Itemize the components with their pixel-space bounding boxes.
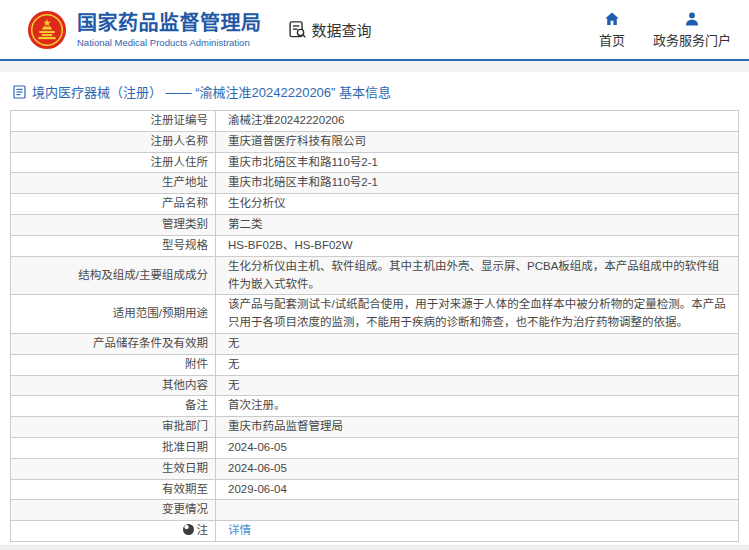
note-dot-icon — [183, 524, 194, 535]
row-value: 重庆市北碚区丰和路110号2-1 — [216, 152, 739, 173]
data-query-button[interactable]: 数据查询 — [288, 19, 372, 40]
table-row: 有效期至 2029-06-04 — [11, 479, 739, 500]
row-value: 该产品与配套测试卡/试纸配合使用，用于对来源于人体的全血样本中被分析物的定量检测… — [216, 295, 739, 334]
row-label-text: 注 — [197, 524, 209, 536]
row-label-text: 注册人住所 — [151, 156, 209, 168]
row-value: 重庆市药品监督管理局 — [216, 417, 739, 438]
svg-text:★: ★ — [43, 16, 52, 27]
row-label-text: 适用范围/预期用途 — [113, 307, 208, 319]
row-label: 审批部门 — [11, 417, 216, 438]
table-row: 注 详情 — [11, 521, 739, 542]
row-value: 详情 — [216, 521, 739, 542]
row-label: 注册人住所 — [11, 152, 216, 173]
row-label: 管理类别 — [11, 215, 216, 236]
row-label: 结构及组成/主要组成成分 — [11, 256, 216, 295]
row-label-text: 注册人名称 — [151, 135, 209, 147]
row-value: 2029-06-04 — [216, 479, 739, 500]
data-query-label: 数据查询 — [312, 19, 372, 40]
row-value: 无 — [216, 375, 739, 396]
table-row: 适用范围/预期用途 该产品与配套测试卡/试纸配合使用，用于对来源于人体的全血样本… — [11, 295, 739, 334]
row-label-text: 管理类别 — [162, 218, 208, 230]
row-label: 注册人名称 — [11, 131, 216, 152]
row-label: 附件 — [11, 354, 216, 375]
user-icon — [684, 11, 700, 27]
table-row: 注册人住所 重庆市北碚区丰和路110号2-1 — [11, 152, 739, 173]
row-label: 其他内容 — [11, 375, 216, 396]
breadcrumb-text: 境内医疗器械（注册） —— “渝械注准20242220206” 基本信息 — [32, 82, 391, 101]
table-row: 附件 无 — [11, 354, 739, 375]
table-row: 产品储存条件及有效期 无 — [11, 333, 739, 354]
row-label: 型号规格 — [11, 235, 216, 256]
row-label-text: 产品储存条件及有效期 — [93, 337, 208, 349]
row-label: 注册证编号 — [11, 111, 216, 132]
table-row: 型号规格 HS-BF02B、HS-BF02W — [11, 235, 739, 256]
row-label-text: 批准日期 — [162, 441, 208, 453]
table-row: 批准日期 2024-06-05 — [11, 438, 739, 459]
site-header: ★ 国家药品监督管理局 National Medical Products Ad… — [0, 0, 749, 61]
header-gap-band — [0, 61, 749, 72]
row-label: 有效期至 — [11, 479, 216, 500]
table-row: 备注 首次注册。 — [11, 396, 739, 417]
row-label-text: 其他内容 — [162, 379, 208, 391]
row-label-text: 结构及组成/主要组成成分 — [78, 269, 208, 281]
nav-portal-label: 政务服务门户 — [653, 30, 731, 49]
row-value: 渝械注准20242220206 — [216, 111, 739, 132]
nav-home[interactable]: 首页 — [599, 11, 625, 49]
row-label: 备注 — [11, 396, 216, 417]
row-value: 2024-06-05 — [216, 458, 739, 479]
data-query-icon — [288, 20, 307, 39]
row-label: 生产地址 — [11, 173, 216, 194]
breadcrumb: 境内医疗器械（注册） —— “渝械注准20242220206” 基本信息 — [13, 82, 749, 101]
table-row: 生效日期 2024-06-05 — [11, 458, 739, 479]
footer-strip — [0, 545, 749, 550]
row-label-text: 审批部门 — [162, 420, 208, 432]
row-value — [216, 500, 739, 521]
table-row: 管理类别 第二类 — [11, 215, 739, 236]
org-name-cn: 国家药品监督管理局 — [77, 12, 262, 35]
row-value: 生化分析仪 — [216, 194, 739, 215]
national-emblem-icon: ★ — [26, 9, 68, 51]
table-row: 变更情况 — [11, 500, 739, 521]
row-label-text: 变更情况 — [162, 503, 208, 515]
row-label: 产品储存条件及有效期 — [11, 333, 216, 354]
table-row: 其他内容 无 — [11, 375, 739, 396]
main-content: 境内医疗器械（注册） —— “渝械注准20242220206” 基本信息 注册证… — [0, 72, 749, 542]
row-label-text: 附件 — [185, 358, 208, 370]
document-icon — [13, 85, 26, 99]
row-value: HS-BF02B、HS-BF02W — [216, 235, 739, 256]
row-value: 2024-06-05 — [216, 438, 739, 459]
details-link[interactable]: 详情 — [228, 524, 251, 536]
row-label-text: 产品名称 — [162, 197, 208, 209]
row-label-text: 有效期至 — [162, 483, 208, 495]
row-label-text: 生效日期 — [162, 462, 208, 474]
table-row: 产品名称 生化分析仪 — [11, 194, 739, 215]
table-row: 生产地址 重庆市北碚区丰和路110号2-1 — [11, 173, 739, 194]
nav-home-label: 首页 — [599, 30, 625, 49]
row-label: 注 — [11, 521, 216, 542]
row-label-text: 备注 — [185, 399, 208, 411]
row-value: 生化分析仪由主机、软件组成。其中主机由外壳、显示屏、PCBA板组成，本产品组成中… — [216, 256, 739, 295]
org-titles: 国家药品监督管理局 National Medical Products Admi… — [77, 12, 262, 48]
info-table: 注册证编号 渝械注准20242220206 注册人名称 重庆道普医疗科技有限公司… — [10, 110, 739, 542]
org-name-en: National Medical Products Administration — [77, 37, 262, 48]
header-nav: 首页 政务服务门户 — [599, 11, 739, 49]
row-label-text: 生产地址 — [162, 176, 208, 188]
row-label: 变更情况 — [11, 500, 216, 521]
row-value: 第二类 — [216, 215, 739, 236]
site-logo[interactable]: ★ 国家药品监督管理局 National Medical Products Ad… — [26, 9, 262, 51]
row-value: 重庆道普医疗科技有限公司 — [216, 131, 739, 152]
row-label-text: 注册证编号 — [151, 114, 209, 126]
row-value: 无 — [216, 354, 739, 375]
row-label: 生效日期 — [11, 458, 216, 479]
table-row: 注册人名称 重庆道普医疗科技有限公司 — [11, 131, 739, 152]
row-value: 无 — [216, 333, 739, 354]
table-row: 审批部门 重庆市药品监督管理局 — [11, 417, 739, 438]
table-row: 结构及组成/主要组成成分 生化分析仪由主机、软件组成。其中主机由外壳、显示屏、P… — [11, 256, 739, 295]
nav-portal[interactable]: 政务服务门户 — [653, 11, 731, 49]
row-value: 首次注册。 — [216, 396, 739, 417]
table-row: 注册证编号 渝械注准20242220206 — [11, 111, 739, 132]
home-icon — [604, 11, 620, 27]
row-value: 重庆市北碚区丰和路110号2-1 — [216, 173, 739, 194]
row-label: 批准日期 — [11, 438, 216, 459]
row-label: 适用范围/预期用途 — [11, 295, 216, 334]
